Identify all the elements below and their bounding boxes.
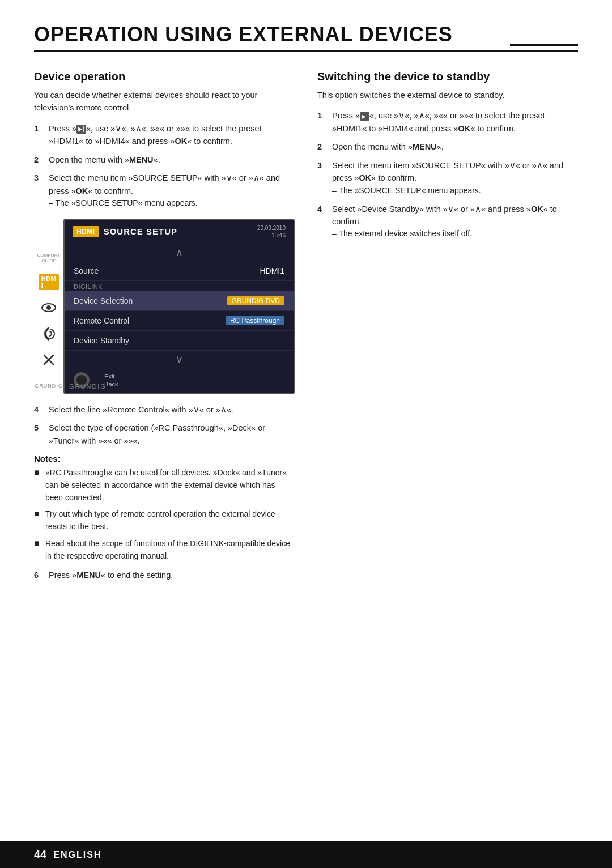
svg-point-1 (46, 305, 51, 310)
left-steps-4-6: 4 Select the line »Remote Control« with … (34, 403, 295, 447)
sidebar-icons: COMFORTGUIDE HDMI (34, 219, 63, 394)
notes-heading: Notes: (34, 454, 295, 463)
left-step-6: 6 Press »MENU« to end the setting. (34, 569, 295, 581)
step-3: 3 Select the menu item »SOURCE SETUP« wi… (34, 172, 295, 210)
screen-row-device-standby: Device Standby (65, 331, 294, 351)
tv-screen: HDMI SOURCE SETUP 20.09.2010 15:46 ∧ Sou… (63, 219, 295, 394)
screen-datetime: 20.09.2010 15:46 (257, 224, 286, 239)
step-1-text: Press »▶|«, use »∨«, »∧«, »«« or »»« to … (49, 122, 295, 148)
right-step-1: 1 Press »▶|«, use »∨«, »∧«, »«« or »»« t… (317, 109, 578, 135)
tools-icon (37, 348, 60, 371)
screen-title: SOURCE SETUP (104, 227, 257, 236)
step-5-num: 5 (34, 422, 46, 447)
right-step-3: 3 Select the menu item »SOURCE SETUP« wi… (317, 159, 578, 197)
step-5-text: Select the type of operation (»RC Passth… (49, 422, 295, 447)
note-1: ■ »RC Passthrough« can be used for all d… (34, 467, 295, 504)
step-3-num: 3 (34, 172, 46, 210)
right-step-4-num: 4 (317, 203, 330, 241)
right-step-3-text: Select the menu item »SOURCE SETUP« with… (332, 159, 578, 197)
step-1-num: 1 (34, 122, 46, 148)
screen-row-device-selection: Device Selection GRUNDIG DVD (65, 291, 294, 311)
grundig-sidebar: GRUNDIG (35, 380, 63, 390)
left-steps: 1 Press »▶|«, use »∨«, »∧«, »«« or »»« t… (34, 122, 295, 210)
screen-rows: Source HDMI1 DIGILINK Device Selection G… (65, 261, 294, 351)
right-section-heading: Switching the device to standby (317, 70, 578, 83)
screen-hdmi-badge: HDMI (73, 226, 99, 237)
screen-down-chevron: ∨ (65, 351, 294, 368)
footer-language: ENGLISH (53, 850, 101, 860)
note-3: ■ Read about the scope of functions of t… (34, 538, 295, 562)
step-4-num: 4 (34, 403, 46, 416)
step-3-text: Select the menu item »SOURCE SETUP« with… (49, 172, 295, 210)
tv-screen-mockup: COMFORTGUIDE HDMI (34, 219, 295, 394)
right-steps: 1 Press »▶|«, use »∨«, »∧«, »«« or »»« t… (317, 109, 578, 240)
right-step-1-num: 1 (317, 109, 330, 135)
notes-list: ■ »RC Passthrough« can be used for all d… (34, 467, 295, 562)
page-footer: 44 ENGLISH (0, 841, 612, 868)
step-6-num: 6 (34, 569, 46, 581)
step-6-text: Press »MENU« to end the setting. (49, 569, 295, 581)
left-intro: You can decide whether external devices … (34, 89, 295, 114)
footer-page-number: 44 (34, 848, 46, 861)
step-1: 1 Press »▶|«, use »∨«, »∧«, »«« or »»« t… (34, 122, 295, 148)
screen-up-chevron: ∧ (65, 244, 294, 261)
step-6: 6 Press »MENU« to end the setting. (34, 569, 295, 581)
audio-icon (37, 322, 60, 345)
page-title: OPERATION USING EXTERNAL DEVICES (34, 23, 578, 52)
left-section-heading: Device operation (34, 70, 295, 83)
right-step-2-text: Open the menu with »MENU«. (332, 141, 578, 153)
note-2: ■ Try out which type of remote control o… (34, 508, 295, 533)
step-2-text: Open the menu with »MENU«. (49, 154, 295, 166)
right-step-4-text: Select »Device Standby« with »∨« or »∧« … (332, 203, 578, 241)
grundig-screen-label: GRUNDIG (69, 383, 107, 390)
screen-section-digilink: DIGILINK (65, 281, 294, 291)
step-2: 2 Open the menu with »MENU«. (34, 154, 295, 166)
right-step-2-num: 2 (317, 141, 330, 153)
screen-row-source: Source HDMI1 (65, 261, 294, 281)
left-column: Device operation You can decide whether … (34, 70, 295, 589)
eye-icon (37, 296, 60, 319)
step-4-text: Select the line »Remote Control« with »∨… (49, 403, 295, 416)
step-2-num: 2 (34, 154, 46, 166)
right-step-4: 4 Select »Device Standby« with »∨« or »∧… (317, 203, 578, 241)
right-step-3-num: 3 (317, 159, 330, 197)
hdmi-icon: HDMI (37, 270, 60, 293)
step-5: 5 Select the type of operation (»RC Pass… (34, 422, 295, 447)
comfort-guide-label: COMFORTGUIDE (37, 253, 60, 263)
right-intro: This option switches the external device… (317, 89, 578, 101)
screen-header: HDMI SOURCE SETUP 20.09.2010 15:46 (65, 220, 294, 244)
screen-row-remote-control: Remote Control RC Passthrough (65, 311, 294, 331)
right-step-1-text: Press »▶|«, use »∨«, »∧«, »«« or »»« to … (332, 109, 578, 135)
right-column: Switching the device to standby This opt… (317, 70, 578, 589)
step-4: 4 Select the line »Remote Control« with … (34, 403, 295, 416)
right-step-2: 2 Open the menu with »MENU«. (317, 141, 578, 153)
